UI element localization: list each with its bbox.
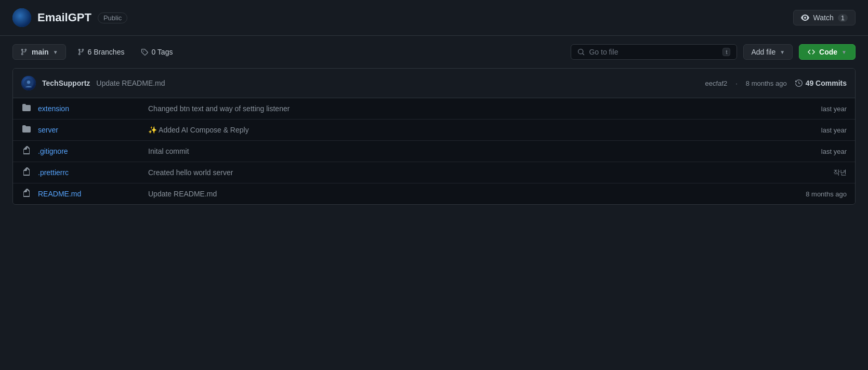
commits-count: 49 Commits bbox=[806, 79, 847, 87]
repo-name: EmailGPT bbox=[37, 11, 91, 24]
tag-icon bbox=[141, 48, 148, 56]
tags-button[interactable]: 0 Tags bbox=[136, 45, 178, 59]
code-chevron-icon: ▼ bbox=[841, 49, 847, 55]
page-header: EmailGPT Public Watch 1 bbox=[0, 0, 868, 36]
file-name[interactable]: .gitignore bbox=[38, 147, 142, 155]
watch-label: Watch bbox=[813, 14, 834, 22]
file-commit-message: Created hello world server bbox=[148, 168, 827, 177]
table-row: .prettierrc Created hello world server 작… bbox=[13, 162, 855, 183]
file-icon bbox=[23, 189, 30, 197]
history-icon bbox=[795, 80, 803, 87]
file-commit-message: Changed btn text and way of setting list… bbox=[148, 104, 815, 113]
file-icon bbox=[23, 167, 30, 176]
commits-link[interactable]: 49 Commits bbox=[795, 79, 847, 87]
search-icon bbox=[577, 48, 585, 56]
committer-avatar-img bbox=[21, 76, 36, 90]
committer-avatar bbox=[21, 76, 36, 90]
branch-name: main bbox=[32, 48, 49, 56]
file-name[interactable]: README.md bbox=[38, 190, 142, 198]
file-commit-message: Inital commit bbox=[148, 147, 815, 155]
folder-icon bbox=[22, 103, 31, 112]
file-commit-message: ✨ Added AI Compose & Reply bbox=[148, 126, 815, 134]
watch-count: 1 bbox=[838, 14, 848, 22]
file-name[interactable]: server bbox=[38, 126, 142, 134]
committer-username[interactable]: TechSupportz bbox=[42, 79, 90, 87]
branch-icon bbox=[20, 48, 28, 56]
table-row: extension Changed btn text and way of se… bbox=[13, 98, 855, 120]
file-time: last year bbox=[821, 126, 847, 134]
file-type-icon bbox=[21, 125, 32, 135]
file-type-icon bbox=[21, 167, 32, 178]
file-time: last year bbox=[821, 105, 847, 113]
table-row: README.md Update README.md 8 months ago bbox=[13, 183, 855, 204]
branches-button[interactable]: 6 Branches bbox=[72, 45, 130, 59]
branch-selector[interactable]: main ▼ bbox=[12, 44, 66, 60]
add-file-chevron-icon: ▼ bbox=[780, 49, 785, 55]
file-name[interactable]: .prettierrc bbox=[38, 168, 142, 177]
code-icon bbox=[808, 48, 815, 56]
file-type-icon bbox=[21, 146, 32, 156]
commit-hash[interactable]: eecfaf2 bbox=[705, 80, 728, 87]
table-row: .gitignore Inital commit last year bbox=[13, 141, 855, 162]
commit-time: 8 months ago bbox=[746, 80, 787, 87]
svg-point-1 bbox=[27, 81, 30, 84]
branches-label: 6 Branches bbox=[88, 48, 125, 56]
toolbar: main ▼ 6 Branches 0 Tags t Add file ▼ Co… bbox=[0, 36, 868, 68]
repo-title-group: EmailGPT Public bbox=[12, 8, 127, 27]
file-table: TechSupportz Update README.md eecfaf2 · … bbox=[12, 68, 856, 205]
code-label: Code bbox=[819, 48, 837, 56]
file-time: 8 months ago bbox=[806, 190, 847, 198]
file-rows-container: extension Changed btn text and way of se… bbox=[13, 98, 855, 204]
file-icon bbox=[23, 146, 30, 154]
file-time: last year bbox=[821, 148, 847, 155]
go-to-file-search[interactable]: t bbox=[571, 44, 737, 60]
commit-meta: eecfaf2 · 8 months ago 49 Commits bbox=[705, 79, 847, 87]
add-file-button[interactable]: Add file ▼ bbox=[743, 44, 793, 60]
table-row: server ✨ Added AI Compose & Reply last y… bbox=[13, 120, 855, 141]
chevron-down-icon: ▼ bbox=[53, 49, 58, 55]
file-type-icon bbox=[21, 189, 32, 199]
latest-commit-row: TechSupportz Update README.md eecfaf2 · … bbox=[13, 69, 855, 98]
repo-avatar bbox=[12, 8, 31, 27]
file-commit-message: Update README.md bbox=[148, 190, 799, 198]
eye-icon bbox=[801, 14, 809, 22]
branches-icon bbox=[77, 48, 85, 56]
tags-label: 0 Tags bbox=[151, 48, 173, 56]
file-type-icon bbox=[21, 103, 32, 114]
code-button[interactable]: Code ▼ bbox=[799, 44, 856, 60]
file-name[interactable]: extension bbox=[38, 104, 142, 113]
folder-icon bbox=[22, 125, 31, 133]
commit-dot: · bbox=[735, 80, 738, 87]
add-file-label: Add file bbox=[751, 48, 775, 56]
watch-button[interactable]: Watch 1 bbox=[793, 10, 856, 25]
search-kbd: t bbox=[722, 48, 730, 56]
public-badge: Public bbox=[98, 12, 127, 23]
search-input[interactable] bbox=[589, 48, 718, 56]
commit-message: Update README.md bbox=[96, 79, 165, 87]
file-time: 작년 bbox=[833, 168, 847, 177]
